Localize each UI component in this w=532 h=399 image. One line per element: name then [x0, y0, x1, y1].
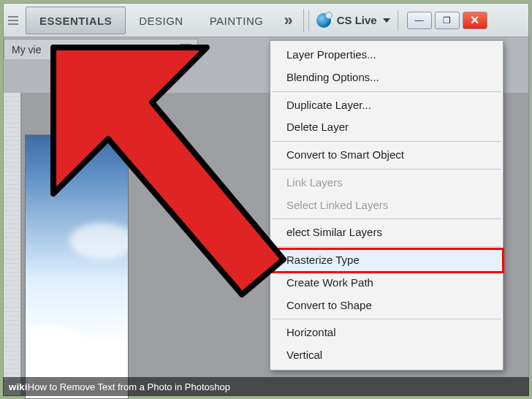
workspace-tab-painting[interactable]: PAINTING	[197, 7, 277, 34]
ruler-vertical[interactable]	[4, 93, 21, 395]
app-window: ESSENTIALS DESIGN PAINTING » CS Live — ❐…	[3, 3, 529, 396]
workspace-tab-design[interactable]: DESIGN	[126, 7, 197, 34]
workspace-tabs: ESSENTIALS DESIGN PAINTING »	[26, 7, 299, 34]
restore-button[interactable]: ❐	[435, 12, 460, 29]
chevron-down-icon	[383, 18, 390, 23]
layer-context-menu: Layer Properties... Blending Options... …	[270, 40, 503, 370]
caption-how: How to Remove Text from a Photo in Photo…	[28, 381, 230, 392]
menu-separator	[272, 169, 501, 170]
menu-item-rasterize-type[interactable]: Rasterize Type	[270, 249, 503, 272]
document-tab[interactable]: My vie ning , RG ✕	[4, 39, 198, 59]
menu-item-select-linked-layers: Select Linked Layers	[270, 194, 503, 217]
menu-separator	[272, 141, 501, 142]
document-tab-title-left: My vie	[12, 44, 41, 56]
caption-wiki: wiki	[9, 381, 28, 392]
workspace-more-icon[interactable]: »	[276, 7, 298, 34]
menu-item-select-similar-layers[interactable]: elect Similar Layers	[270, 221, 503, 244]
workspace-switcher-bar: ESSENTIALS DESIGN PAINTING » CS Live — ❐…	[4, 4, 528, 37]
grip-handle[interactable]	[8, 10, 18, 31]
canvas[interactable]	[26, 135, 128, 398]
caption-bar: wiki How to Remove Text from a Photo in …	[3, 377, 529, 396]
menu-item-convert-to-shape[interactable]: Convert to Shape	[270, 294, 503, 317]
menu-separator	[272, 91, 501, 92]
cslive-button[interactable]: CS Live	[308, 10, 398, 31]
menu-separator	[272, 218, 501, 219]
menu-item-horizontal[interactable]: Horizontal	[270, 322, 503, 344]
menu-item-convert-smart-object[interactable]: Convert to Smart Object	[270, 144, 503, 167]
menu-item-delete-layer[interactable]: Delete Layer	[270, 116, 503, 139]
menu-item-layer-properties[interactable]: Layer Properties...	[270, 44, 503, 66]
cslive-icon	[316, 13, 331, 28]
separator	[303, 9, 304, 32]
document-tab-title-right: ning , RG	[129, 44, 172, 56]
menu-item-create-work-path[interactable]: Create Work Path	[270, 272, 503, 294]
minimize-button[interactable]: —	[407, 12, 432, 29]
menu-item-duplicate-layer[interactable]: Duplicate Layer...	[270, 94, 503, 117]
close-button[interactable]: ✕	[463, 12, 487, 29]
document-tab-close-icon[interactable]: ✕	[180, 44, 191, 56]
workspace-tab-essentials[interactable]: ESSENTIALS	[26, 7, 126, 34]
menu-separator	[272, 319, 501, 319]
menu-item-blending-options[interactable]: Blending Options...	[270, 66, 503, 89]
menu-separator	[272, 246, 501, 247]
cslive-label: CS Live	[337, 14, 377, 26]
menu-item-vertical[interactable]: Vertical	[270, 344, 503, 367]
window-controls: — ❐ ✕	[407, 12, 487, 29]
menu-item-link-layers: Link Layers	[270, 172, 503, 194]
